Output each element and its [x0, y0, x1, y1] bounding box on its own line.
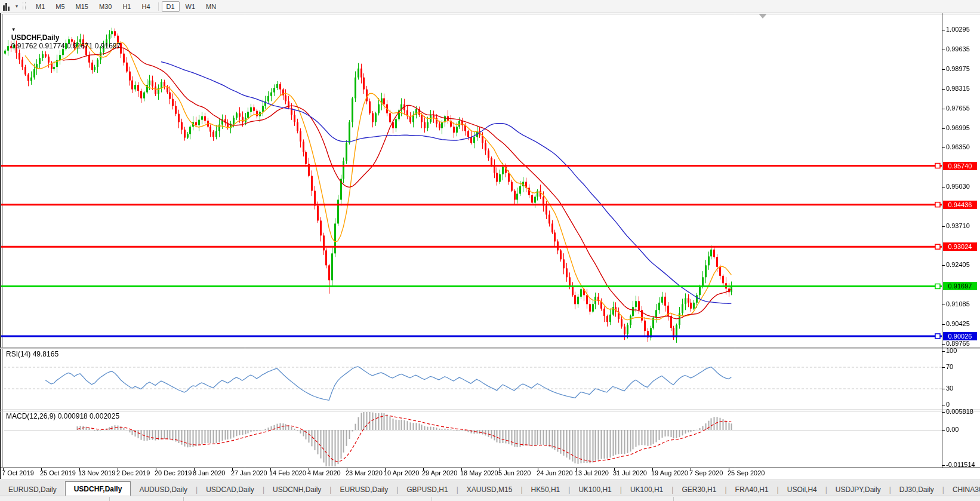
tab-china300-h1[interactable]: CHINA300,H1	[944, 484, 980, 496]
price-axis-tick: 0.92405	[946, 261, 970, 268]
date-axis-label: 19 Aug 2020	[651, 469, 688, 477]
tab-dj30-daily[interactable]: DJ30,Daily	[891, 484, 942, 496]
price-axis-tick: 0.96350	[946, 143, 970, 150]
chart-type-icon[interactable]	[2, 1, 15, 11]
tab-usdcnh-daily[interactable]: USDCNH,Daily	[264, 484, 329, 496]
date-axis-label: 14 Feb 2020	[269, 469, 306, 477]
date-axis-label: 13 Jul 2020	[575, 469, 609, 477]
date-axis-label: 20 Dec 2019	[155, 469, 192, 477]
ohlc-values: 0.91762 0.91774 0.91671 0.91697	[11, 42, 121, 50]
price-line-label[interactable]: 0.95740	[943, 162, 977, 170]
timeframe-button-m15[interactable]: M15	[71, 1, 93, 12]
price-axis-tick: 0.98315	[946, 85, 970, 92]
price-axis-tick: 0.99635	[946, 45, 970, 53]
tab-uk100-h1[interactable]: UK100,H1	[622, 484, 671, 496]
timeframe-button-m30[interactable]: M30	[94, 1, 116, 12]
price-line-label[interactable]: 0.91697	[943, 282, 977, 290]
date-axis-label: 2 Dec 2019	[116, 469, 150, 477]
date-axis-label: 13 Nov 2019	[78, 469, 115, 477]
date-axis-label: 4 Mar 2020	[307, 469, 341, 477]
tab-uk100-h1[interactable]: UK100,H1	[570, 484, 620, 496]
status-bar	[0, 496, 980, 501]
chevron-down-icon[interactable]: ▾	[16, 4, 18, 9]
price-axis-tick: 0.98975	[946, 65, 970, 72]
price-line-label[interactable]: 0.93024	[943, 242, 977, 251]
toolbar-grip	[23, 2, 26, 10]
price-axis-tick: 1.00295	[946, 26, 970, 33]
tab-fra40-h1[interactable]: FRA40,H1	[727, 484, 777, 496]
symbol-period-label: USDCHF,Daily	[11, 33, 60, 42]
timeframe-button-h4[interactable]: H4	[137, 1, 155, 12]
price-axis-tick: 0.95030	[946, 183, 970, 190]
tab-hk50-h1[interactable]: HK50,H1	[523, 484, 569, 496]
timeframe-toolbar: ▾ M1M5M15M30H1H4D1W1MN	[0, 0, 980, 13]
price-axis-tick: 0.93710	[946, 222, 970, 229]
macd-axis-tick: 0.00	[946, 426, 959, 433]
toolbar-separator	[158, 2, 159, 11]
date-axis-label: 24 Jun 2020	[537, 469, 573, 477]
macd-axis-tick: -0.011514	[946, 461, 975, 468]
timeframe-button-h1[interactable]: H1	[118, 1, 135, 12]
tab-xauusd-m15[interactable]: XAUUSD,M15	[458, 484, 521, 496]
chart-title: ▼ USDCHF,Daily 0.91762 0.91774 0.91671 0…	[7, 17, 121, 50]
date-axis-label: 18 May 2020	[460, 469, 498, 477]
price-axis-tick: 0.89765	[946, 340, 970, 347]
date-axis-label: 25 Sep 2020	[728, 469, 765, 477]
tab-eurusd-daily[interactable]: EURUSD,Daily	[331, 484, 396, 496]
date-axis-label: 23 Mar 2020	[346, 469, 383, 477]
price-axis-tick: 0.91085	[946, 300, 970, 308]
date-axis-label: 27 Jan 2020	[231, 469, 267, 477]
price-line-label[interactable]: 0.90026	[943, 332, 977, 340]
tab-eurusd-daily[interactable]: EURUSD,Daily	[0, 484, 65, 496]
price-line-label[interactable]: 0.94436	[943, 201, 977, 209]
timeframe-button-mn[interactable]: MN	[201, 1, 221, 12]
price-axis-tick: 0.90425	[946, 320, 970, 327]
symbol-dropdown-icon[interactable]: ▼	[11, 27, 16, 32]
price-axis-tick: 0.97655	[946, 104, 970, 112]
rsi-axis-tick: 0	[946, 401, 950, 408]
rsi-axis-tick: 70	[946, 363, 953, 370]
date-axis-label: 7 Oct 2019	[2, 469, 34, 477]
date-axis-label: 5 Jun 2020	[498, 469, 531, 477]
tab-usoil-h4[interactable]: USOil,H4	[779, 484, 825, 496]
tab-usdjpy-daily[interactable]: USDJPY,Daily	[827, 484, 889, 496]
timeframe-button-d1[interactable]: D1	[162, 1, 180, 12]
rsi-indicator-label: RSI(14) 49.8165	[6, 350, 58, 358]
chart-tab-bar: EURUSD,DailyUSDCHF,DailyAUDUSD,Daily|USD…	[0, 480, 980, 497]
timeframe-button-w1[interactable]: W1	[181, 1, 201, 12]
date-axis-label: 8 Jan 2020	[193, 469, 225, 477]
tab-usdcad-daily[interactable]: USDCAD,Daily	[198, 484, 263, 496]
tab-usdchf-daily[interactable]: USDCHF,Daily	[65, 481, 131, 497]
date-axis-label: 25 Oct 2019	[40, 469, 76, 477]
date-axis-label: 29 Apr 2020	[422, 469, 457, 477]
tab-gbpusd-h1[interactable]: GBPUSD,H1	[398, 484, 456, 496]
tab-audusd-daily[interactable]: AUDUSD,Daily	[131, 484, 196, 496]
chart-canvas[interactable]	[0, 0, 980, 501]
timeframe-button-m1[interactable]: M1	[31, 1, 50, 12]
price-axis-tick: 0.96995	[946, 124, 970, 131]
date-axis-label: 31 Jul 2020	[613, 469, 647, 477]
rsi-axis-tick: 100	[946, 347, 957, 354]
date-axis-label: 10 Apr 2020	[384, 469, 419, 477]
rsi-axis-tick: 30	[946, 385, 953, 392]
timeframe-button-m5[interactable]: M5	[51, 1, 69, 12]
macd-indicator-label: MACD(12,26,9) 0.000918 0.002025	[6, 412, 119, 420]
macd-axis-tick: 0.005818	[946, 408, 973, 415]
tab-ger30-h1[interactable]: GER30,H1	[673, 484, 725, 496]
date-axis-label: 7 Sep 2020	[689, 469, 723, 477]
